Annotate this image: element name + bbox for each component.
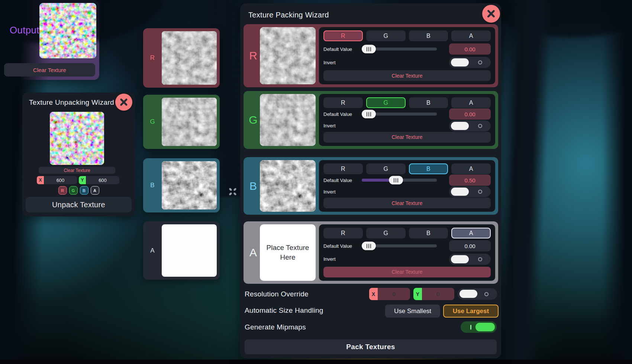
row-r-clear-texture-button[interactable]: Clear Texture: [323, 70, 491, 81]
y-axis-chip: Y: [79, 176, 86, 184]
channel-letter: A: [246, 224, 260, 281]
row-r-channel-tabs: R G B A: [323, 30, 491, 41]
resolution-y-field[interactable]: 0: [422, 288, 454, 300]
row-a-channel-tabs: R G B A: [323, 228, 491, 238]
close-icon[interactable]: [482, 5, 500, 23]
swatch-texture-r[interactable]: [162, 31, 217, 85]
swatch-channel-b[interactable]: B: [143, 158, 220, 212]
output-label: Output: [10, 25, 39, 36]
tab-b[interactable]: B: [409, 163, 448, 174]
toggle-off-icon: [478, 257, 482, 261]
invert-toggle[interactable]: [449, 57, 491, 68]
toggle-off-icon: [484, 292, 488, 296]
unpack-panel-title: Texture Unpacking Wizard: [29, 98, 114, 107]
tab-a[interactable]: A: [451, 228, 491, 238]
background-tree: [602, 0, 632, 364]
use-largest-button[interactable]: Use Largest: [443, 305, 499, 318]
pack-textures-button[interactable]: Pack Textures: [245, 339, 497, 354]
default-value-field[interactable]: 0.00: [449, 240, 491, 251]
tab-g[interactable]: G: [366, 97, 406, 108]
pack-panel-title: Texture Packing Wizard: [248, 11, 329, 19]
row-r-controls: R G B A Default Value 0.00 Invert Clear …: [319, 27, 495, 84]
slider-grip-icon[interactable]: [362, 242, 376, 250]
unpack-source-texture[interactable]: [50, 112, 104, 165]
tab-b[interactable]: B: [409, 228, 448, 238]
move-handle-icon[interactable]: [227, 186, 239, 198]
tab-r[interactable]: R: [323, 97, 363, 108]
default-value-slider[interactable]: [362, 179, 437, 182]
default-value-field[interactable]: 0.50: [449, 175, 491, 186]
pack-row-r: R R G B A Default Value: [244, 24, 498, 87]
tab-b[interactable]: B: [409, 97, 448, 108]
slider-grip-icon[interactable]: [362, 110, 376, 118]
row-g-clear-texture-button[interactable]: Clear Texture: [323, 132, 491, 143]
texture-tool-screen: Texture Unpacking Wizard Clear Texture X…: [0, 0, 632, 364]
resolution-override-x: X 0: [369, 288, 410, 300]
tab-r[interactable]: R: [323, 30, 363, 41]
invert-label: Invert: [323, 60, 336, 65]
tab-r[interactable]: R: [323, 228, 363, 238]
x-axis-chip: X: [37, 176, 44, 184]
default-value-slider[interactable]: [362, 244, 437, 247]
swatch-texture-g[interactable]: [162, 98, 217, 146]
tab-g[interactable]: G: [366, 163, 406, 174]
invert-toggle[interactable]: [449, 186, 491, 197]
row-b-channel-tabs: R G B A: [323, 163, 491, 174]
row-r-texture[interactable]: [260, 27, 316, 84]
unpack-x-resolution: X 600: [37, 176, 77, 184]
pack-row-g: G R G B A Default Value: [244, 91, 498, 149]
unpack-clear-texture-button[interactable]: Clear Texture: [39, 167, 115, 174]
row-a-controls: R G B A Default Value 0.00 Invert Clear …: [319, 224, 495, 281]
slider-grip-icon[interactable]: [389, 176, 403, 185]
invert-toggle[interactable]: [449, 120, 491, 131]
output-texture[interactable]: [39, 3, 96, 58]
y-resolution-field[interactable]: 600: [86, 176, 119, 184]
default-value-label: Default Value: [323, 46, 352, 52]
invert-label: Invert: [323, 123, 336, 129]
default-value-field[interactable]: 0.00: [449, 43, 491, 55]
row-a-texture-dropzone[interactable]: Place Texture Here: [260, 224, 316, 281]
generate-mipmaps-toggle[interactable]: [461, 321, 497, 333]
row-b-texture[interactable]: [260, 160, 316, 212]
channel-chip-b[interactable]: B: [80, 186, 88, 195]
channel-chip-a[interactable]: A: [91, 186, 99, 195]
x-resolution-field[interactable]: 600: [44, 176, 77, 184]
swatch-texture-b[interactable]: [162, 161, 217, 209]
slider-grip-icon[interactable]: [362, 45, 376, 53]
channel-chip-r[interactable]: R: [58, 186, 67, 195]
tab-a[interactable]: A: [451, 30, 491, 41]
output-clear-texture-button[interactable]: Clear Texture: [4, 63, 95, 77]
swatch-channel-a[interactable]: A: [143, 221, 220, 280]
tab-g[interactable]: G: [366, 30, 406, 41]
background-tree: [492, 0, 553, 364]
row-g-texture[interactable]: [260, 94, 316, 146]
swatch-channel-g[interactable]: G: [143, 95, 220, 149]
channel-chip-g[interactable]: G: [69, 186, 78, 195]
close-icon[interactable]: [115, 94, 132, 111]
default-value-field[interactable]: 0.00: [449, 108, 491, 120]
swatch-label: G: [143, 95, 162, 149]
invert-toggle[interactable]: [449, 254, 491, 265]
unpack-texture-button[interactable]: Unpack Texture: [26, 197, 132, 212]
row-b-clear-texture-button[interactable]: Clear Texture: [323, 198, 491, 208]
tab-a[interactable]: A: [451, 163, 491, 174]
tab-r[interactable]: R: [323, 163, 363, 174]
resolution-x-field[interactable]: 0: [378, 288, 410, 300]
toggle-off-icon: [478, 190, 482, 194]
swatch-label: A: [143, 221, 162, 280]
swatch-channel-r[interactable]: R: [143, 28, 220, 88]
tab-a[interactable]: A: [451, 97, 491, 108]
tab-b[interactable]: B: [409, 30, 448, 41]
channel-letter: R: [246, 27, 260, 84]
swatch-label: B: [143, 158, 162, 212]
default-value-slider[interactable]: [362, 113, 437, 116]
swatch-texture-a-empty[interactable]: [162, 224, 217, 277]
channel-letter: B: [246, 160, 260, 212]
resolution-override-toggle[interactable]: [458, 288, 497, 300]
default-value-slider[interactable]: [362, 48, 437, 51]
row-a-clear-texture-button[interactable]: Clear Texture: [323, 267, 491, 277]
default-value-label: Default Value: [323, 243, 352, 249]
toggle-off-icon: [478, 61, 482, 65]
use-smallest-button[interactable]: Use Smallest: [385, 305, 440, 318]
tab-g[interactable]: G: [366, 228, 406, 238]
